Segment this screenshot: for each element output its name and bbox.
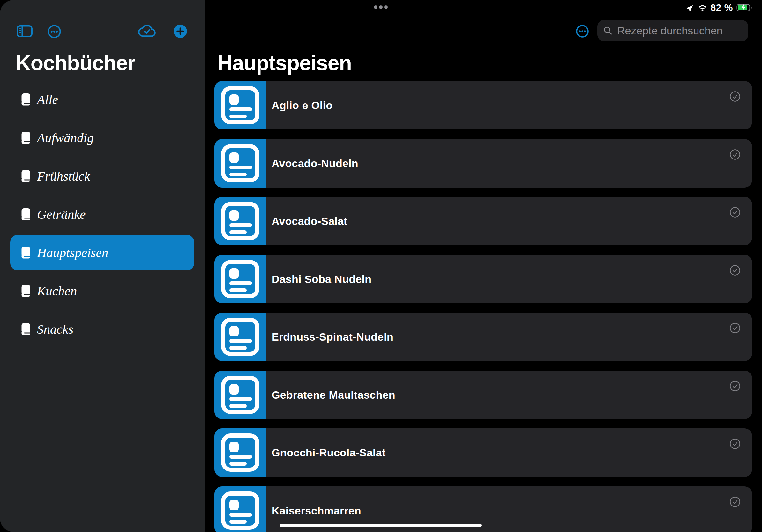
recipe-card-icon bbox=[214, 370, 266, 419]
checkmark-circle-icon[interactable] bbox=[729, 322, 741, 334]
book-icon bbox=[21, 208, 30, 220]
sidebar-item-aufwändig[interactable]: Aufwändig bbox=[10, 120, 194, 156]
status-bar: 82 % bbox=[686, 3, 752, 13]
recipe-card-icon bbox=[214, 139, 266, 187]
recipe-row[interactable]: Avocado-Nudeln bbox=[214, 139, 752, 187]
wifi-icon bbox=[698, 4, 707, 12]
cookbook-label: Alle bbox=[37, 93, 58, 106]
recipe-card-icon bbox=[214, 197, 266, 245]
recipe-card-icon bbox=[214, 81, 266, 129]
sidebar-item-kuchen[interactable]: Kuchen bbox=[10, 273, 194, 309]
sidebar-item-hauptspeisen[interactable]: Hauptspeisen bbox=[10, 235, 194, 270]
checkmark-circle-icon[interactable] bbox=[729, 91, 741, 102]
cookbook-label: Hauptspeisen bbox=[37, 246, 108, 259]
recipe-name: Gebratene Maultaschen bbox=[271, 389, 395, 401]
main-panel: Hauptspeisen Aglio e Olio Avocad bbox=[204, 0, 762, 532]
book-icon bbox=[21, 94, 30, 105]
recipe-list: Aglio e Olio Avocado-Nudeln bbox=[204, 0, 762, 532]
recipe-card-icon bbox=[214, 428, 266, 477]
multitask-indicator[interactable] bbox=[374, 5, 388, 9]
cookbook-label: Frühstück bbox=[37, 170, 90, 183]
recipe-name: Dashi Soba Nudeln bbox=[271, 273, 371, 286]
checkmark-circle-icon[interactable] bbox=[729, 265, 741, 276]
battery-charging-icon bbox=[736, 4, 752, 12]
recipe-name: Aglio e Olio bbox=[271, 99, 333, 112]
book-icon bbox=[21, 132, 30, 144]
recipe-card-glyph bbox=[221, 202, 260, 240]
location-icon bbox=[686, 4, 694, 12]
recipe-name: Avocado-Salat bbox=[271, 215, 347, 228]
recipe-card-glyph bbox=[221, 376, 260, 414]
sidebar-item-getränke[interactable]: Getränke bbox=[10, 196, 194, 232]
recipe-card-icon bbox=[214, 486, 266, 532]
recipe-card-icon bbox=[214, 312, 266, 361]
checkmark-circle-icon[interactable] bbox=[729, 438, 741, 449]
recipe-card-glyph bbox=[221, 144, 260, 182]
book-icon bbox=[21, 285, 30, 297]
recipe-row[interactable]: Gnocchi-Rucola-Salat bbox=[214, 428, 752, 477]
cookbook-list: Alle Aufwändig Frühstück Getränke bbox=[0, 0, 204, 532]
sidebar: Kochbücher Alle Aufwändig Frühstück bbox=[0, 0, 204, 532]
cookbook-label: Snacks bbox=[37, 323, 73, 336]
recipe-card-glyph bbox=[221, 260, 260, 298]
screen: 82 % bbox=[0, 0, 762, 532]
dot bbox=[384, 5, 388, 9]
recipe-card-glyph bbox=[221, 318, 260, 356]
checkmark-circle-icon[interactable] bbox=[729, 149, 741, 160]
recipe-row[interactable]: Erdnuss-Spinat-Nudeln bbox=[214, 312, 752, 361]
recipe-name: Gnocchi-Rucola-Salat bbox=[271, 446, 385, 459]
book-icon bbox=[21, 323, 30, 335]
recipe-row[interactable]: Aglio e Olio bbox=[214, 81, 752, 129]
sidebar-item-frühstück[interactable]: Frühstück bbox=[10, 158, 194, 194]
dot bbox=[374, 5, 377, 9]
book-icon bbox=[21, 170, 30, 182]
sidebar-item-alle[interactable]: Alle bbox=[10, 82, 194, 117]
dot bbox=[379, 5, 383, 9]
recipe-row[interactable]: Gebratene Maultaschen bbox=[214, 370, 752, 419]
checkmark-circle-icon[interactable] bbox=[729, 496, 741, 507]
recipe-card-glyph bbox=[221, 492, 260, 530]
book-icon bbox=[21, 246, 30, 259]
checkmark-circle-icon[interactable] bbox=[729, 207, 741, 218]
cookbook-label: Kuchen bbox=[37, 285, 77, 298]
recipe-card-icon bbox=[214, 255, 266, 303]
home-indicator[interactable] bbox=[280, 524, 482, 527]
recipe-card-glyph bbox=[221, 86, 260, 124]
cookbook-label: Getränke bbox=[37, 208, 86, 221]
checkmark-circle-icon[interactable] bbox=[729, 380, 741, 392]
recipe-name: Erdnuss-Spinat-Nudeln bbox=[271, 331, 393, 343]
recipe-row[interactable]: Avocado-Salat bbox=[214, 197, 752, 245]
recipe-name: Kaiserschmarren bbox=[271, 504, 361, 517]
recipe-card-glyph bbox=[221, 433, 260, 472]
battery-percent: 82 % bbox=[711, 2, 733, 13]
recipe-name: Avocado-Nudeln bbox=[271, 157, 358, 170]
cookbook-label: Aufwändig bbox=[37, 131, 94, 145]
recipe-row[interactable]: Dashi Soba Nudeln bbox=[214, 255, 752, 303]
sidebar-item-snacks[interactable]: Snacks bbox=[10, 311, 194, 347]
